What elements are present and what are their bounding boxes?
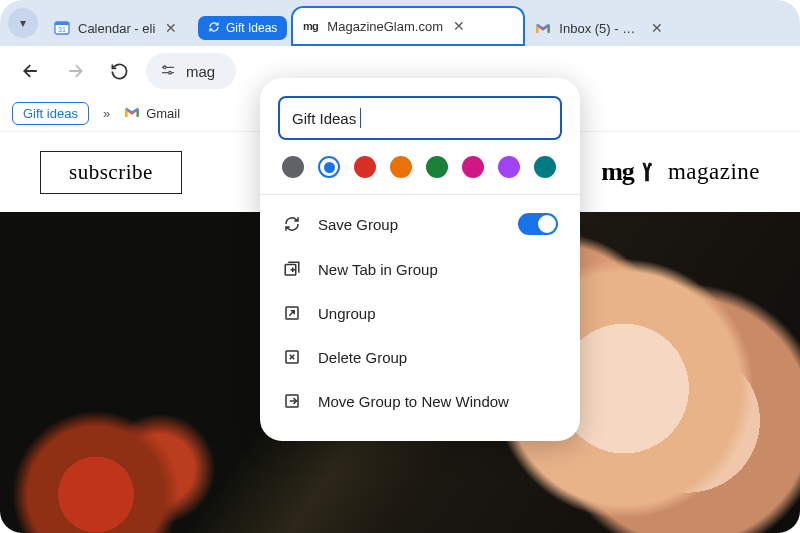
bookmarks-overflow[interactable]: » (103, 106, 110, 121)
tab-group-outline: mg MagazineGlam.com ✕ (291, 0, 525, 46)
menu-move-to-new-window[interactable]: Move Group to New Window (260, 379, 580, 423)
tab-gmail[interactable]: Inbox (5) - elis ✕ (525, 10, 675, 46)
group-color-option[interactable] (390, 156, 412, 178)
delete-icon (282, 347, 302, 367)
back-button[interactable] (14, 54, 48, 88)
group-color-option[interactable] (534, 156, 556, 178)
svg-point-3 (163, 66, 166, 69)
close-icon[interactable]: ✕ (163, 20, 179, 36)
group-color-option[interactable] (462, 156, 484, 178)
group-color-picker (260, 156, 580, 194)
menu-divider (260, 194, 580, 195)
subscribe-button[interactable]: subscribe (40, 151, 182, 194)
site-controls-icon[interactable] (160, 62, 176, 81)
brand-logo: mg (601, 157, 658, 187)
group-color-option[interactable] (354, 156, 376, 178)
tab-title: MagazineGlam.com (327, 19, 443, 34)
brand-text: magazine (668, 159, 760, 185)
menu-delete-group[interactable]: Delete Group (260, 335, 580, 379)
group-chip-label: Gift Ideas (226, 21, 277, 35)
site-favicon: mg (303, 18, 319, 34)
tab-group-menu: Gift Ideas Save Group New Tab in Group U… (260, 78, 580, 441)
gmail-icon (124, 106, 140, 121)
svg-text:31: 31 (58, 26, 66, 33)
svg-point-5 (649, 163, 652, 166)
bookmark-folder-gift-ideas[interactable]: Gift ideas (12, 102, 89, 125)
address-bar[interactable]: mag (146, 53, 236, 89)
menu-new-tab-in-group[interactable]: New Tab in Group (260, 247, 580, 291)
url-text: mag (186, 63, 215, 80)
close-icon[interactable]: ✕ (649, 20, 665, 36)
tab-group-chip[interactable]: Gift Ideas (198, 16, 287, 40)
group-color-option[interactable] (498, 156, 520, 178)
tab-magazineglam[interactable]: mg MagazineGlam.com ✕ (293, 8, 523, 44)
reload-button[interactable] (102, 54, 136, 88)
group-color-option[interactable] (318, 156, 340, 178)
group-color-option[interactable] (426, 156, 448, 178)
chevron-down-icon: ▾ (20, 16, 26, 30)
tab-strip: ▾ 31 Calendar - eli ✕ Gift Ideas mg Maga… (0, 0, 800, 46)
tab-search-dropdown[interactable]: ▾ (8, 8, 38, 38)
tab-calendar[interactable]: 31 Calendar - eli ✕ (44, 10, 194, 46)
save-group-toggle[interactable] (518, 213, 558, 235)
tab-title: Inbox (5) - elis (559, 21, 641, 36)
group-color-option[interactable] (282, 156, 304, 178)
text-cursor (360, 108, 361, 128)
menu-save-group[interactable]: Save Group (260, 201, 580, 247)
sync-icon (282, 214, 302, 234)
svg-point-4 (169, 71, 172, 74)
menu-ungroup[interactable]: Ungroup (260, 291, 580, 335)
svg-rect-1 (55, 22, 69, 25)
gmail-icon (535, 20, 551, 36)
ungroup-icon (282, 303, 302, 323)
new-tab-icon (282, 259, 302, 279)
tab-title: Calendar - eli (78, 21, 155, 36)
site-brand: mg magazine (601, 157, 760, 187)
move-window-icon (282, 391, 302, 411)
calendar-icon: 31 (54, 20, 70, 36)
group-name-input[interactable]: Gift Ideas (278, 96, 562, 140)
sync-icon (208, 21, 220, 36)
bookmark-gmail[interactable]: Gmail (124, 106, 180, 121)
forward-button[interactable] (58, 54, 92, 88)
close-icon[interactable]: ✕ (451, 18, 467, 34)
